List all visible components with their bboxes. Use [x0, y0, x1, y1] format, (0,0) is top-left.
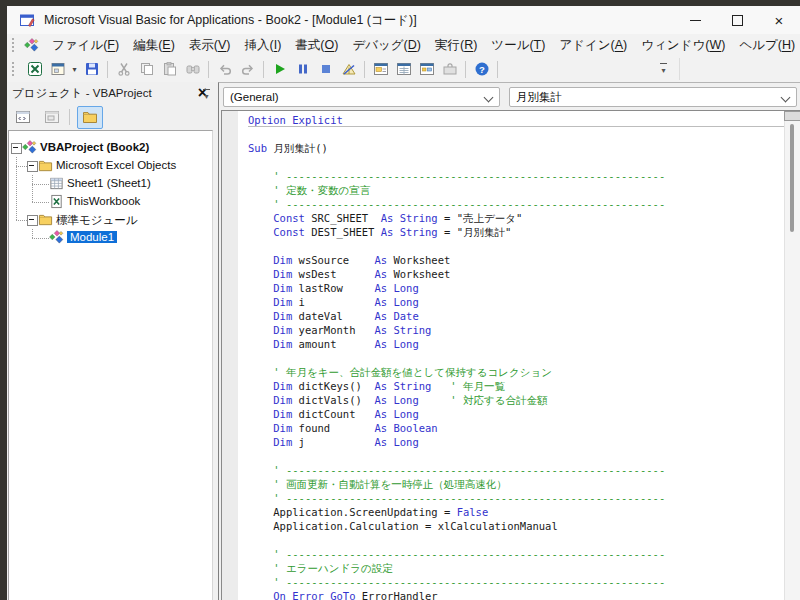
tree-item-vbaproject[interactable]: VBAProject (Book2) — [9, 139, 212, 157]
toolbox-button[interactable] — [438, 59, 461, 80]
menu-item-file[interactable]: ファイル(F) — [45, 35, 126, 56]
view-object-button[interactable] — [39, 106, 65, 129]
tree-item-label: Microsoft Excel Objects — [56, 159, 176, 171]
run-icon — [272, 61, 288, 77]
find-button[interactable] — [181, 59, 204, 80]
project-explorer-button[interactable] — [369, 59, 392, 80]
diamonds-icon — [49, 230, 64, 245]
desktop-background: Microsoft Visual Basic for Applications … — [0, 0, 800, 600]
menu-item-format[interactable]: 書式(O) — [288, 35, 345, 56]
run-sub-button[interactable] — [268, 59, 291, 80]
code-line: ' 定数・変数の宣言 — [248, 183, 784, 197]
break-icon — [295, 61, 311, 77]
insert-userform-button[interactable] — [46, 59, 69, 80]
paste-icon — [162, 61, 178, 77]
tree-item-thisworkbook[interactable]: ThisWorkbook — [9, 193, 212, 211]
menu-item-insert[interactable]: 挿入(I) — [238, 35, 289, 56]
code-window: (General) 月別集計 Option Explicit Sub 月別集計(… — [218, 82, 800, 600]
module-document-icon[interactable] — [24, 38, 39, 53]
find-icon — [185, 61, 201, 77]
procedure-dropdown[interactable]: 月別集計 — [509, 87, 797, 107]
toolbar-separator — [465, 61, 466, 78]
cut-button[interactable] — [112, 59, 135, 80]
tree-item-label: Sheet1 (Sheet1) — [67, 177, 151, 189]
code-line: On Error GoTo ErrorHandler — [248, 589, 784, 600]
menu-item-run[interactable]: 実行(R) — [428, 35, 484, 56]
undo-button[interactable] — [213, 59, 236, 80]
menu-item-add-ins[interactable]: アドイン(A) — [552, 35, 634, 56]
toolbar-overflow-button[interactable]: ▾ — [655, 59, 672, 79]
design-mode-button[interactable] — [337, 59, 360, 80]
insert-userform-dropdown-arrow[interactable]: ▾ — [69, 59, 80, 80]
help-button[interactable]: ? — [470, 59, 493, 80]
menu-item-debug[interactable]: デバッグ(D) — [345, 35, 428, 56]
procedure-dropdown-value: 月別集計 — [516, 90, 562, 105]
menu-item-window[interactable]: ウィンドウ(W) — [634, 35, 732, 56]
code-line: Const DEST_SHEET As String = "月別集計" — [248, 225, 784, 239]
reset-button[interactable] — [314, 59, 337, 80]
code-line: ' 年月をキー、合計金額を値として保持するコレクション — [248, 365, 784, 379]
code-line: Dim lastRow As Long — [248, 281, 784, 295]
toolbar-gripper[interactable] — [12, 62, 17, 76]
menu-item-tools[interactable]: ツール(T) — [484, 35, 552, 56]
view-code-button[interactable] — [10, 106, 36, 129]
project-panel-title: プロジェクト - VBAProject — [12, 86, 152, 101]
tree-item-excel-objects[interactable]: Microsoft Excel Objects — [9, 157, 212, 175]
code-line — [248, 449, 784, 463]
undo-icon — [217, 61, 233, 77]
menu-item-view[interactable]: 表示(V) — [182, 35, 238, 56]
help-icon: ? — [474, 61, 490, 77]
paste-button[interactable] — [158, 59, 181, 80]
save-button[interactable] — [80, 59, 103, 80]
project-panel-overflow-button[interactable]: ▾ — [203, 89, 210, 101]
menu-bar: ファイル(F)編集(E)表示(V)挿入(I)書式(O)デバッグ(D)実行(R)ツ… — [7, 34, 800, 56]
chevron-down-icon — [781, 93, 791, 103]
redo-button[interactable] — [236, 59, 259, 80]
view-microsoft-excel-button[interactable] — [23, 59, 46, 80]
minimize-button[interactable] — [674, 6, 716, 34]
standard-toolbar: ▾? ▾ — [7, 56, 800, 83]
close-button[interactable]: × — [758, 6, 800, 34]
code-line — [248, 127, 784, 141]
collapse-expander-icon[interactable] — [27, 215, 38, 226]
tree-item-sheet1[interactable]: Sheet1 (Sheet1) — [9, 175, 212, 193]
toggle-folders-button[interactable] — [77, 106, 103, 129]
object-dropdown-value: (General) — [230, 91, 279, 103]
object-browser-button[interactable] — [415, 59, 438, 80]
tree-item-std-modules[interactable]: 標準モジュール — [9, 211, 212, 229]
project-panel-toolbar — [7, 104, 215, 130]
code-line: Option Explicit — [248, 113, 784, 127]
vertical-scrollbar[interactable] — [784, 111, 800, 600]
code-line: ' --------------------------------------… — [248, 197, 784, 211]
code-line: ' --------------------------------------… — [248, 491, 784, 505]
collapse-expander-icon[interactable] — [27, 161, 38, 172]
redo-icon — [240, 61, 256, 77]
break-button[interactable] — [291, 59, 314, 80]
toolbar-separator — [263, 61, 264, 78]
menu-item-help[interactable]: ヘルプ(H) — [732, 35, 800, 56]
maximize-button[interactable] — [716, 6, 758, 34]
object-dropdown[interactable]: (General) — [223, 87, 500, 107]
tree-item-module1[interactable]: Module1 — [9, 229, 212, 247]
code-line: Dim dictKeys() As String ' 年月一覧 — [248, 379, 784, 393]
reset-icon — [318, 61, 334, 77]
copy-button[interactable] — [135, 59, 158, 80]
panel-toolbar-separator — [69, 109, 70, 125]
diamonds-icon — [22, 140, 37, 155]
sheet-icon — [49, 176, 64, 191]
split-handle[interactable] — [784, 111, 800, 121]
scrollbar-thumb[interactable] — [790, 124, 794, 232]
code-line: Dim wsDest As Worksheet — [248, 267, 784, 281]
menu-item-edit[interactable]: 編集(E) — [126, 35, 182, 56]
copy-icon — [139, 61, 155, 77]
properties-window-button[interactable] — [392, 59, 415, 80]
window-controls: × — [674, 6, 800, 34]
userform-icon — [50, 61, 66, 77]
menubar-gripper[interactable] — [12, 38, 17, 52]
save-icon — [84, 61, 100, 77]
collapse-expander-icon[interactable] — [11, 143, 22, 154]
folder-icon — [38, 212, 53, 227]
code-line: Dim amount As Long — [248, 337, 784, 351]
code-line: Const SRC_SHEET As String = "売上データ" — [248, 211, 784, 225]
code-editor[interactable]: Option Explicit Sub 月別集計() ' -----------… — [221, 110, 800, 600]
